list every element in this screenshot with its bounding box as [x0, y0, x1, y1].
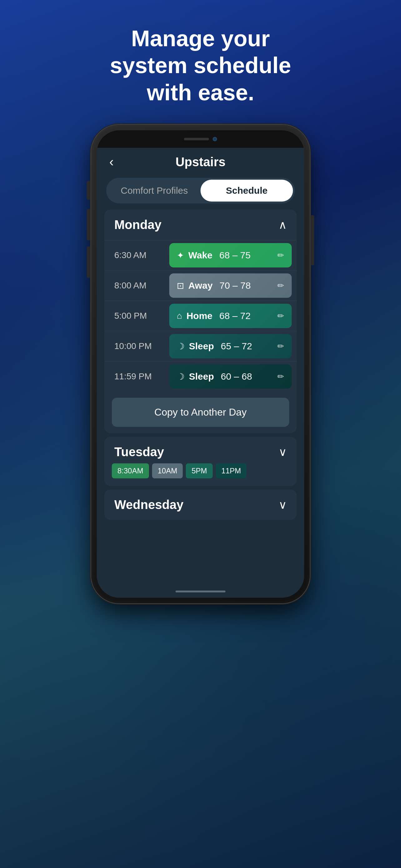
side-button-volume-up — [87, 209, 90, 240]
phone-mockup: ‹ Upstairs Comfort Profiles Schedule Mon… — [82, 125, 319, 603]
home-label: Home — [187, 311, 212, 321]
tab-schedule[interactable]: Schedule — [201, 180, 293, 202]
sleep1-label: Sleep — [189, 341, 214, 351]
tuesday-title: Tuesday — [114, 445, 164, 459]
sleep2-label: Sleep — [189, 371, 214, 382]
wake-label: Wake — [188, 250, 212, 260]
sleep1-edit-icon[interactable]: ✏ — [277, 342, 284, 351]
time-1159pm: 11:59 PM — [114, 372, 164, 381]
tuesday-pill-3[interactable]: 11PM — [216, 463, 247, 478]
side-button-mute — [87, 181, 90, 200]
wake-range: 68 – 75 — [219, 250, 250, 260]
profile-away-info: ⊡ Away 70 – 78 — [177, 280, 251, 291]
monday-chevron: ∧ — [278, 218, 287, 231]
profile-sleep-2[interactable]: ☽ Sleep 60 – 68 ✏ — [169, 364, 292, 389]
copy-to-another-day-button[interactable]: Copy to Another Day — [112, 398, 289, 427]
time-1000pm: 10:00 PM — [114, 341, 164, 351]
tuesday-section: Tuesday ∨ 8:30AM 10AM 5PM 11PM — [104, 437, 297, 486]
tuesday-pill-2[interactable]: 5PM — [186, 463, 212, 478]
away-icon: ⊡ — [177, 281, 184, 291]
monday-row-3: 10:00 PM ☽ Sleep 65 – 72 ✏ — [104, 331, 297, 361]
home-icon: ⌂ — [177, 311, 182, 321]
profile-wake-info: ✦ Wake 68 – 75 — [177, 250, 250, 260]
screen-title: Upstairs — [175, 155, 226, 169]
tab-comfort-profiles[interactable]: Comfort Profiles — [108, 180, 201, 202]
page-tagline: Manage your system schedule with ease. — [60, 0, 341, 125]
notch — [166, 134, 235, 144]
sleep2-edit-icon[interactable]: ✏ — [277, 372, 284, 381]
tuesday-pills-container: 8:30AM 10AM 5PM 11PM — [104, 463, 297, 486]
wednesday-title: Wednesday — [114, 498, 183, 512]
tuesday-pill-1[interactable]: 10AM — [152, 463, 183, 478]
wednesday-header[interactable]: Wednesday ∨ — [104, 490, 297, 520]
home-range: 68 – 72 — [219, 311, 250, 321]
tab-switcher: Comfort Profiles Schedule — [106, 178, 295, 204]
profile-sleep1-info: ☽ Sleep 65 – 72 — [177, 341, 252, 351]
monday-section: Monday ∧ 6:30 AM ✦ Wake 68 – 75 ✏ — [104, 210, 297, 433]
back-button[interactable]: ‹ — [109, 155, 114, 168]
tuesday-header[interactable]: Tuesday ∨ — [104, 437, 297, 463]
bottom-bar — [97, 585, 304, 598]
profile-sleep-1[interactable]: ☽ Sleep 65 – 72 ✏ — [169, 334, 292, 359]
wake-edit-icon[interactable]: ✏ — [277, 251, 284, 260]
tuesday-pill-0[interactable]: 8:30AM — [112, 463, 149, 478]
wednesday-chevron: ∨ — [278, 498, 287, 512]
wake-icon: ✦ — [177, 250, 184, 260]
sleep1-icon: ☽ — [177, 341, 185, 351]
monday-title: Monday — [114, 218, 162, 232]
phone-screen-container: ‹ Upstairs Comfort Profiles Schedule Mon… — [97, 130, 304, 598]
home-indicator — [175, 591, 226, 592]
profile-away[interactable]: ⊡ Away 70 – 78 ✏ — [169, 273, 292, 298]
side-button-power — [311, 215, 314, 265]
front-camera — [213, 137, 217, 141]
monday-header[interactable]: Monday ∧ — [104, 210, 297, 240]
app-screen: ‹ Upstairs Comfort Profiles Schedule Mon… — [97, 148, 304, 585]
away-edit-icon[interactable]: ✏ — [277, 281, 284, 290]
time-500pm: 5:00 PM — [114, 311, 164, 321]
monday-row-4: 11:59 PM ☽ Sleep 60 – 68 ✏ — [104, 361, 297, 392]
home-edit-icon[interactable]: ✏ — [277, 311, 284, 321]
time-800am: 8:00 AM — [114, 281, 164, 290]
monday-row-0: 6:30 AM ✦ Wake 68 – 75 ✏ — [104, 240, 297, 270]
sleep2-range: 60 – 68 — [221, 371, 252, 382]
phone-outer-frame: ‹ Upstairs Comfort Profiles Schedule Mon… — [91, 125, 310, 603]
navigation-bar: ‹ Upstairs — [97, 148, 304, 175]
profile-sleep2-info: ☽ Sleep 60 – 68 — [177, 371, 252, 382]
time-630am: 6:30 AM — [114, 250, 164, 260]
sleep2-icon: ☽ — [177, 372, 185, 382]
wednesday-section: Wednesday ∨ — [104, 490, 297, 520]
sleep1-range: 65 – 72 — [221, 341, 252, 351]
away-range: 70 – 78 — [220, 280, 251, 291]
profile-wake[interactable]: ✦ Wake 68 – 75 ✏ — [169, 243, 292, 268]
status-bar — [97, 130, 304, 148]
side-button-volume-down — [87, 247, 90, 278]
tuesday-chevron: ∨ — [278, 445, 287, 459]
monday-row-1: 8:00 AM ⊡ Away 70 – 78 ✏ — [104, 270, 297, 301]
monday-row-2: 5:00 PM ⌂ Home 68 – 72 ✏ — [104, 301, 297, 331]
away-label: Away — [188, 280, 213, 291]
profile-home-info: ⌂ Home 68 – 72 — [177, 311, 250, 321]
speaker-grille — [184, 138, 209, 140]
profile-home[interactable]: ⌂ Home 68 – 72 ✏ — [169, 304, 292, 328]
